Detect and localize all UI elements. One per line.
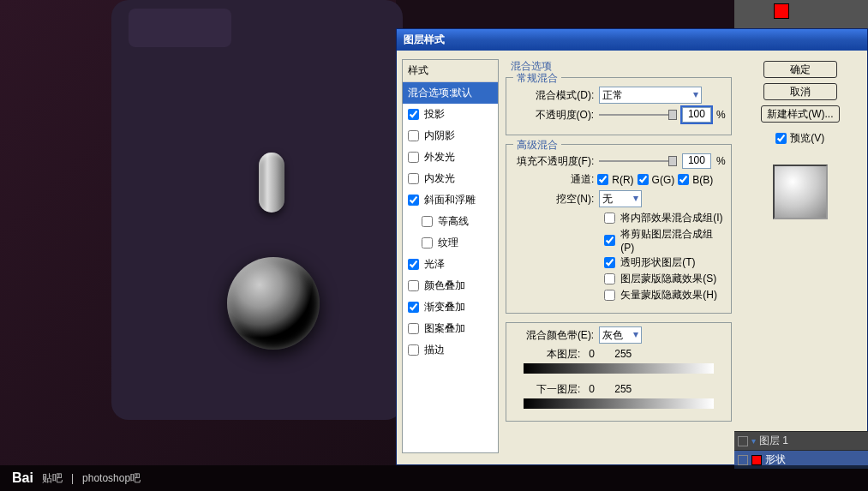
- knockout-label: 挖空(N):: [512, 192, 594, 207]
- expand-icon[interactable]: ▾: [751, 436, 756, 446]
- this-layer-gradient[interactable]: [524, 363, 713, 374]
- device-notch: [129, 9, 231, 47]
- fill-opacity-slider[interactable]: [599, 160, 677, 162]
- advanced-legend: 高级混合: [513, 138, 561, 153]
- visibility-icon[interactable]: [738, 455, 748, 465]
- blend-options-panel: 混合选项 常规混合 混合模式(D): 正常 ▾ 不透明度(O): 100 % 高…: [506, 59, 731, 453]
- style-inner-shadow[interactable]: 内阴影: [403, 125, 498, 147]
- foreground-swatch[interactable]: [774, 3, 789, 19]
- opt-transparency[interactable]: [604, 257, 615, 268]
- cancel-button[interactable]: 取消: [763, 83, 837, 100]
- watermark-bar: Bai 贴吧 | photoshop吧: [0, 465, 868, 491]
- top-right-panel: [734, 0, 868, 28]
- style-pattern-overlay[interactable]: 图案叠加: [403, 318, 498, 339]
- baidu-logo: Bai: [12, 470, 33, 486]
- style-texture[interactable]: 纹理: [403, 232, 498, 254]
- preview-label: 预览(V): [790, 131, 824, 146]
- visibility-icon[interactable]: [738, 436, 748, 446]
- under-layer-label: 下一图层:: [512, 382, 580, 397]
- opacity-slider[interactable]: [599, 114, 677, 116]
- dialog-title-bar[interactable]: 图层样式: [397, 29, 867, 51]
- blend-if-group: 混合颜色带(E): 灰色 ▾ 本图层: 0 255 下一图层: 0 255: [506, 322, 731, 422]
- channels-label: 通道:: [556, 172, 594, 187]
- opt-interior[interactable]: [604, 213, 615, 224]
- style-gradient-overlay[interactable]: 渐变叠加: [403, 296, 498, 318]
- layers-panel: ▾ 图层 1 形状: [734, 431, 868, 465]
- layer-row-1[interactable]: ▾ 图层 1: [734, 431, 868, 450]
- opacity-label: 不透明度(O):: [512, 108, 594, 123]
- dialog-title: 图层样式: [404, 33, 445, 47]
- general-legend: 常规混合: [513, 71, 561, 86]
- layer-style-dialog: 图层样式 样式 混合选项:默认 投影 内阴影 外发光 内发光 斜面和浮雕 等高线…: [396, 28, 868, 465]
- style-blend-default[interactable]: 混合选项:默认: [403, 82, 498, 104]
- style-drop-shadow[interactable]: 投影: [403, 104, 498, 125]
- new-style-button[interactable]: 新建样式(W)...: [761, 105, 840, 123]
- ok-button[interactable]: 确定: [763, 61, 837, 78]
- style-inner-glow[interactable]: 内发光: [403, 168, 498, 189]
- forum-name: photoshop吧: [82, 471, 141, 486]
- opacity-value[interactable]: 100: [682, 107, 711, 123]
- style-outer-glow[interactable]: 外发光: [403, 147, 498, 168]
- style-stroke[interactable]: 描边: [403, 339, 498, 361]
- blend-mode-label: 混合模式(D):: [512, 88, 594, 103]
- style-satin[interactable]: 光泽: [403, 254, 498, 275]
- fill-opacity-value[interactable]: 100: [682, 153, 711, 169]
- fill-opacity-label: 填充不透明度(F):: [512, 154, 594, 169]
- camera-lens: [227, 257, 320, 350]
- styles-header: 样式: [403, 60, 498, 82]
- knockout-select[interactable]: 无 ▾: [599, 190, 642, 207]
- preview-checkbox[interactable]: [775, 133, 787, 144]
- device-body: [111, 0, 403, 420]
- opt-vectormask[interactable]: [604, 290, 615, 301]
- style-bevel[interactable]: 斜面和浮雕: [403, 189, 498, 211]
- blend-if-label: 混合颜色带(E):: [512, 328, 594, 343]
- channel-g[interactable]: [638, 174, 649, 185]
- channel-b[interactable]: [678, 174, 689, 185]
- opt-layermask[interactable]: [604, 273, 615, 284]
- styles-list: 样式 混合选项:默认 投影 内阴影 外发光 内发光 斜面和浮雕 等高线 纹理 光…: [402, 59, 499, 453]
- style-color-overlay[interactable]: 颜色叠加: [403, 275, 498, 296]
- blend-mode-select[interactable]: 正常 ▾: [599, 87, 702, 104]
- channel-r[interactable]: [597, 174, 608, 185]
- preview-thumbnail: [773, 165, 828, 219]
- this-layer-label: 本图层:: [512, 347, 580, 362]
- blend-if-select[interactable]: 灰色 ▾: [599, 326, 642, 344]
- style-contour[interactable]: 等高线: [403, 211, 498, 232]
- opt-clip[interactable]: [604, 235, 615, 246]
- under-layer-gradient[interactable]: [524, 398, 713, 409]
- general-blend-group: 常规混合 混合模式(D): 正常 ▾ 不透明度(O): 100 %: [506, 77, 731, 135]
- advanced-blend-group: 高级混合 填充不透明度(F): 100 % 通道: R(R) G(G) B(B)…: [506, 144, 731, 314]
- canvas-area: [0, 0, 396, 465]
- tieba-label: 贴吧: [42, 471, 63, 486]
- shape-swatch: [751, 455, 762, 465]
- sensor-pill: [259, 153, 284, 213]
